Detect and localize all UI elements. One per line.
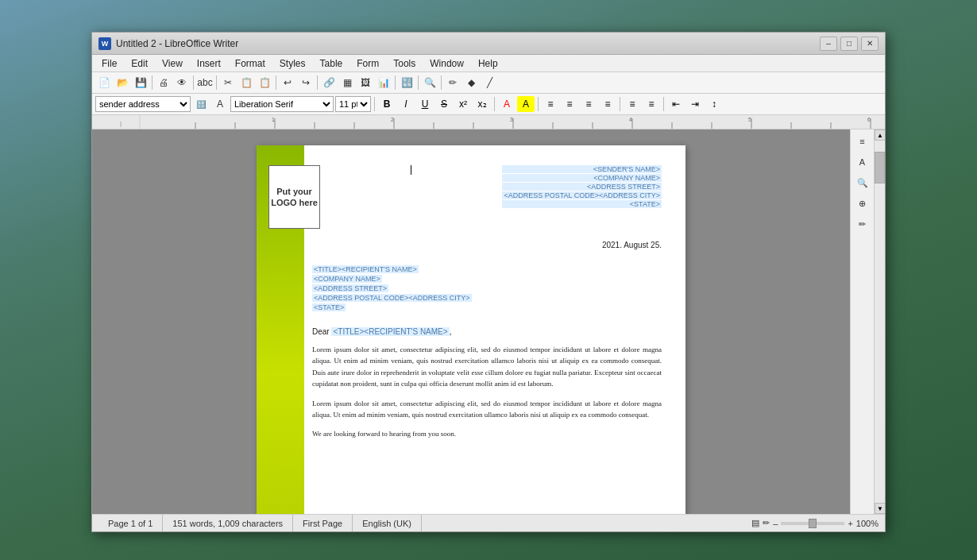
list-ul-button[interactable]: ≡ <box>624 96 641 112</box>
recipient-name-field[interactable]: <TITLE><RECIPIENT'S NAME> <box>312 265 419 273</box>
dear-recipient-field[interactable]: <TITLE><RECIPIENT'S NAME> <box>331 327 449 336</box>
sender-postal-field[interactable]: <ADDRESS POSTAL CODE><ADDRESS CITY> <box>502 191 662 199</box>
font-a-icon[interactable]: A <box>211 95 229 113</box>
recipient-company-field[interactable]: <COMPANY NAME> <box>312 275 382 283</box>
logo-placeholder[interactable]: Put your LOGO here <box>268 165 320 229</box>
new-doc-icon[interactable]: 📄 <box>95 74 113 91</box>
fmt-sep-2 <box>494 97 495 111</box>
superscript-button[interactable]: x² <box>454 96 472 112</box>
macro-button[interactable]: ✏ <box>854 215 871 233</box>
menu-tools[interactable]: Tools <box>387 56 422 71</box>
sender-state-field[interactable]: <STATE> <box>502 200 662 208</box>
scroll-up-arrow[interactable]: ▲ <box>875 129 885 141</box>
sender-name-field[interactable]: <SENDER'S NAME> <box>502 165 662 173</box>
menu-window[interactable]: Window <box>423 56 470 71</box>
line-spacing-button[interactable]: ↕ <box>705 96 723 112</box>
chart-icon[interactable]: 📊 <box>375 74 392 91</box>
list-ol-button[interactable]: ≡ <box>643 96 660 112</box>
image-icon[interactable]: 🖼 <box>357 74 374 91</box>
zoom-slider[interactable] <box>781 522 844 525</box>
sender-street-field[interactable]: <ADDRESS STREET> <box>502 183 662 191</box>
menu-file[interactable]: File <box>95 56 123 71</box>
zoom-out-icon[interactable]: – <box>773 519 778 528</box>
paste-icon[interactable]: 📋 <box>256 74 273 91</box>
open-icon[interactable]: 📂 <box>114 74 131 91</box>
align-center-button[interactable]: ≡ <box>561 96 578 112</box>
recipient-state-field[interactable]: <STATE> <box>312 303 346 311</box>
recipient-postal-field[interactable]: <ADDRESS POSTAL CODE><ADDRESS CITY> <box>312 294 472 302</box>
view-mode-icon: ▤ <box>751 518 759 528</box>
shapes-icon[interactable]: ◆ <box>462 74 480 91</box>
navigator-button[interactable]: ⊕ <box>854 195 871 212</box>
menu-format[interactable]: Format <box>229 56 272 71</box>
zoom-in-icon[interactable]: + <box>848 519 852 528</box>
recipient-street-field[interactable]: <ADDRESS STREET> <box>312 284 388 292</box>
menu-form[interactable]: Form <box>350 56 385 71</box>
body-paragraph-1[interactable]: Lorem ipsum dolor sit amet, consectetur … <box>312 344 662 390</box>
scroll-down-arrow[interactable]: ▼ <box>875 503 885 514</box>
toolbar-sep-3 <box>216 75 217 90</box>
highlight-button[interactable]: A <box>517 96 535 112</box>
align-right-button[interactable]: ≡ <box>580 96 597 112</box>
page-style: First Page <box>293 515 353 531</box>
properties-button[interactable]: ≡ <box>854 133 871 150</box>
underline-button[interactable]: U <box>416 96 434 112</box>
font-size-selector[interactable]: 11 pt <box>335 96 371 112</box>
style-icon[interactable]: 🔠 <box>192 95 210 113</box>
styles-button[interactable]: A <box>854 153 871 171</box>
menu-styles[interactable]: Styles <box>273 56 312 71</box>
scroll-thumb[interactable] <box>875 152 885 183</box>
preview-icon[interactable]: 👁 <box>173 74 191 91</box>
minimize-button[interactable]: – <box>820 37 837 51</box>
sender-info-block[interactable]: <SENDER'S NAME> <COMPANY NAME> <ADDRESS … <box>502 165 662 209</box>
hyperlink-icon[interactable]: 🔗 <box>320 74 338 91</box>
body-paragraph-3[interactable]: We are looking forward to hearing from y… <box>312 428 662 439</box>
redo-icon[interactable]: ↪ <box>297 74 315 91</box>
menu-help[interactable]: Help <box>472 56 504 71</box>
undo-icon[interactable]: ↩ <box>279 74 296 91</box>
copy-icon[interactable]: 📋 <box>237 74 255 91</box>
special-chars-icon[interactable]: 🔣 <box>398 74 415 91</box>
spellcheck-icon[interactable]: abc <box>196 74 214 91</box>
main-toolbar: 📄 📂 💾 🖨 👁 abc ✂ 📋 📋 ↩ ↪ 🔗 ▦ 🖼 📊 🔣 🔍 <box>92 72 885 94</box>
font-selector[interactable]: Liberation Serif <box>230 96 334 112</box>
bold-button[interactable]: B <box>378 96 396 112</box>
strikethrough-button[interactable]: S <box>435 96 453 112</box>
sender-company-field[interactable]: <COMPANY NAME> <box>502 174 662 182</box>
menu-insert[interactable]: Insert <box>191 56 227 71</box>
fmt-sep-5 <box>663 97 664 111</box>
print-icon[interactable]: 🖨 <box>155 74 172 91</box>
subscript-button[interactable]: x₂ <box>473 96 491 112</box>
font-color-button[interactable]: A <box>498 96 516 112</box>
format-toolbar: sender address 🔠 A Liberation Serif 11 p… <box>92 94 885 115</box>
gallery-button[interactable]: 🔍 <box>854 174 871 191</box>
page-content[interactable]: Put your LOGO here <SENDER'S NAME> <COMP… <box>257 145 685 514</box>
cut-icon[interactable]: ✂ <box>219 74 237 91</box>
body-paragraph-2[interactable]: Lorem ipsum dolor sit amet, consectetur … <box>312 398 662 421</box>
zoom-control[interactable]: – + 100% <box>773 519 879 528</box>
find-icon[interactable]: 🔍 <box>421 74 438 91</box>
indent-less-button[interactable]: ⇤ <box>667 96 685 112</box>
close-button[interactable]: ✕ <box>861 37 879 51</box>
align-left-button[interactable]: ≡ <box>542 96 559 112</box>
menu-view[interactable]: View <box>156 56 189 71</box>
menu-bar: File Edit View Insert Format Styles Tabl… <box>92 55 885 72</box>
right-panel: ≡ A 🔍 ⊕ ✏ <box>850 129 874 514</box>
draw-icon[interactable]: ✏ <box>444 74 461 91</box>
zoom-slider-thumb[interactable] <box>809 519 817 528</box>
save-icon[interactable]: 💾 <box>132 74 149 91</box>
ruler-content: | 1 2 3 4 5 <box>92 115 885 129</box>
vertical-scrollbar[interactable]: ▲ ▼ <box>874 129 885 514</box>
date-line: 2021. August 25. <box>312 241 662 249</box>
menu-edit[interactable]: Edit <box>125 56 154 71</box>
recipient-block[interactable]: <TITLE><RECIPIENT'S NAME> <COMPANY NAME>… <box>312 265 662 311</box>
document-area[interactable]: Put your LOGO here <SENDER'S NAME> <COMP… <box>92 129 850 514</box>
maximize-button[interactable]: □ <box>840 37 858 51</box>
table-icon[interactable]: ▦ <box>338 74 356 91</box>
indent-more-button[interactable]: ⇥ <box>686 96 704 112</box>
line-icon[interactable]: ╱ <box>481 74 498 91</box>
align-justify-button[interactable]: ≡ <box>599 96 616 112</box>
menu-table[interactable]: Table <box>314 56 349 71</box>
style-selector[interactable]: sender address <box>95 96 191 112</box>
italic-button[interactable]: I <box>397 96 415 112</box>
